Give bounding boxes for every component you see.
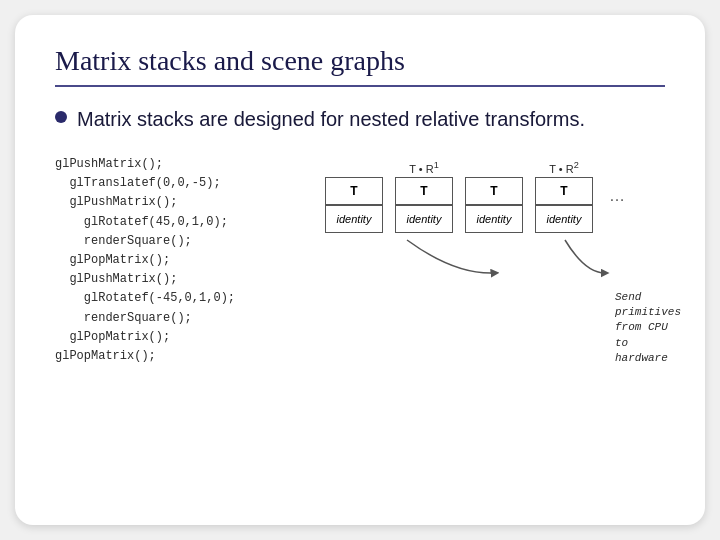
ellipsis: … — [609, 187, 625, 205]
col3-t-cell: T — [465, 177, 523, 205]
bullet-text: Matrix stacks are designed for nested re… — [77, 105, 585, 133]
stack-col-4: T • R2 T identity — [535, 160, 593, 233]
col2-top-label: T • R1 — [409, 160, 439, 175]
col4-id-cell: identity — [535, 205, 593, 233]
stack-col-3: x T identity — [465, 163, 523, 233]
col2-id-cell: identity — [395, 205, 453, 233]
slide: Matrix stacks and scene graphs Matrix st… — [15, 15, 705, 525]
col3-id-cell: identity — [465, 205, 523, 233]
stack-col-2: T • R1 T identity — [395, 160, 453, 233]
send-primitives: Send primitives from CPU to hardware — [615, 290, 681, 367]
matrix-stacks: x T identity T • R1 T identity x T ident… — [325, 160, 625, 233]
col4-t-cell: T — [535, 177, 593, 205]
bullet-section: Matrix stacks are designed for nested re… — [55, 105, 665, 133]
col4-top-label: T • R2 — [549, 160, 579, 175]
col2-t-cell: T — [395, 177, 453, 205]
content-area: glPushMatrix(); glTranslatef(0,0,-5); gl… — [55, 155, 665, 367]
stack-col-1: x T identity — [325, 163, 383, 233]
title-section: Matrix stacks and scene graphs — [55, 45, 665, 87]
diagram-area: x T identity T • R1 T identity x T ident… — [315, 155, 681, 367]
slide-title: Matrix stacks and scene graphs — [55, 45, 665, 77]
col1-t-cell: T — [325, 177, 383, 205]
arrows-diagram — [325, 235, 635, 285]
bullet-dot — [55, 111, 67, 123]
code-block: glPushMatrix(); glTranslatef(0,0,-5); gl… — [55, 155, 305, 366]
col1-id-cell: identity — [325, 205, 383, 233]
